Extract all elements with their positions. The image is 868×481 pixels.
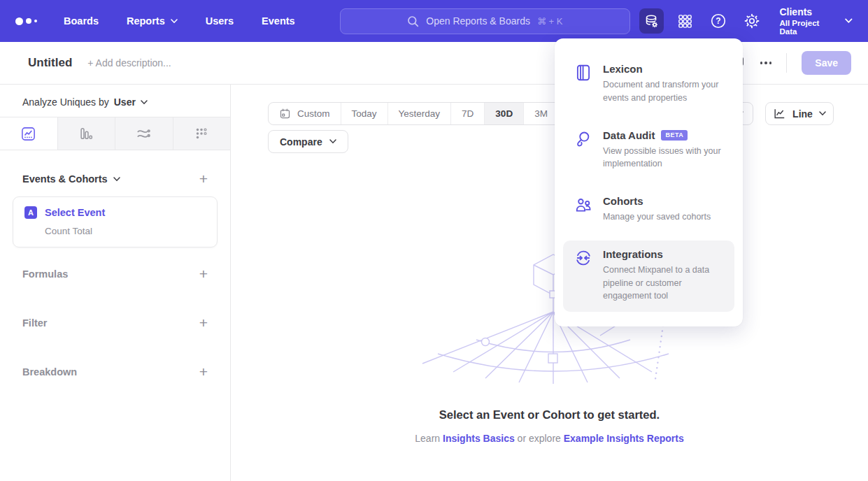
breakdown-label: Breakdown bbox=[22, 366, 77, 378]
menu-item-text: Lexicon Document and transform your even… bbox=[603, 63, 723, 105]
title-actions: Save bbox=[730, 51, 851, 75]
menu-item-data-audit[interactable]: Data Audit BETA View possible issues wit… bbox=[563, 122, 734, 180]
date-30d-label: 30D bbox=[495, 108, 513, 119]
cohorts-icon bbox=[574, 196, 592, 214]
save-button[interactable]: Save bbox=[802, 51, 851, 75]
menu-item-integrations[interactable]: Integrations Connect Mixpanel to a data … bbox=[563, 240, 734, 312]
select-event-button[interactable]: Select Event bbox=[45, 207, 105, 218]
date-7d-button[interactable]: 7D bbox=[451, 103, 485, 124]
filter-section: Filter + bbox=[22, 317, 208, 329]
search-icon bbox=[407, 15, 419, 27]
count-total-dropdown[interactable]: Count Total bbox=[45, 226, 206, 236]
tab-bar-chart[interactable] bbox=[58, 117, 116, 150]
date-30d-button[interactable]: 30D bbox=[485, 103, 524, 124]
add-filter-button[interactable]: + bbox=[199, 318, 208, 328]
compare-label: Compare bbox=[280, 136, 322, 148]
calendar-icon bbox=[279, 108, 291, 120]
menu-item-cohorts[interactable]: Cohorts Manage your saved cohorts bbox=[563, 187, 734, 233]
settings-button[interactable] bbox=[740, 8, 764, 34]
beta-badge: BETA bbox=[661, 130, 688, 141]
global-search-input[interactable]: Open Reports & Boards ⌘ + K bbox=[340, 8, 630, 34]
nav-boards-label: Boards bbox=[64, 15, 99, 27]
tab-line-chart[interactable] bbox=[0, 117, 58, 150]
database-gear-icon bbox=[643, 13, 660, 29]
search-placeholder: Open Reports & Boards bbox=[426, 15, 530, 27]
data-audit-title: Data Audit bbox=[603, 129, 655, 141]
menu-item-text: Cohorts Manage your saved cohorts bbox=[603, 195, 711, 224]
date-custom-label: Custom bbox=[297, 108, 330, 119]
more-options-icon[interactable] bbox=[760, 62, 772, 64]
example-reports-link[interactable]: Example Insights Reports bbox=[564, 433, 684, 444]
date-custom-button[interactable]: Custom bbox=[269, 103, 341, 124]
mixpanel-logo-icon[interactable] bbox=[15, 17, 37, 25]
nav-boards[interactable]: Boards bbox=[64, 15, 99, 27]
chevron-down-icon bbox=[845, 18, 853, 24]
svg-text:?: ? bbox=[716, 16, 721, 26]
apps-grid-icon bbox=[677, 13, 693, 29]
empty-state-links: Learn Insights Basics or explore Example… bbox=[231, 433, 868, 444]
top-navbar: Boards Reports Users Events Open Reports… bbox=[0, 0, 868, 42]
chevron-down-icon[interactable] bbox=[141, 100, 148, 105]
menu-item-text: Data Audit BETA View possible issues wit… bbox=[603, 129, 723, 171]
insights-basics-link[interactable]: Insights Basics bbox=[443, 433, 515, 444]
data-management-button[interactable] bbox=[639, 8, 664, 34]
cohorts-title: Cohorts bbox=[603, 195, 643, 207]
compare-dropdown[interactable]: Compare bbox=[268, 130, 348, 153]
date-toolbar: Custom Today Yesterday 7D 30D 3M 6M Line bbox=[268, 102, 834, 125]
nav-reports-label: Reports bbox=[127, 15, 165, 27]
date-3m-button[interactable]: 3M bbox=[524, 103, 559, 124]
divider bbox=[786, 53, 787, 73]
help-button[interactable]: ? bbox=[706, 8, 731, 34]
nav-events-label: Events bbox=[262, 15, 295, 27]
metrics-grid-icon bbox=[194, 126, 209, 141]
events-cohorts-label: Events & Cohorts bbox=[22, 173, 108, 185]
search-shortcut: ⌘ + K bbox=[537, 16, 563, 27]
project-labels: Clients All Project Data bbox=[779, 6, 837, 36]
data-management-menu: Lexicon Document and transform your even… bbox=[555, 38, 743, 326]
chart-style-dropdown[interactable]: Line bbox=[765, 102, 834, 125]
integrations-desc: Connect Mixpanel to a data pipeline or c… bbox=[603, 264, 723, 303]
help-icon: ? bbox=[710, 13, 727, 29]
events-cohorts-toggle[interactable]: Events & Cohorts bbox=[22, 173, 120, 185]
add-description-field[interactable]: + Add description... bbox=[87, 57, 171, 69]
tab-metrics-grid[interactable] bbox=[173, 117, 231, 150]
report-title[interactable]: Untitled bbox=[28, 56, 72, 70]
data-audit-desc: View possible issues with your implement… bbox=[603, 145, 723, 171]
nav-users-label: Users bbox=[206, 15, 234, 27]
query-sidebar: Analyze Uniques by User bbox=[0, 85, 231, 481]
event-card-row: A Select Event bbox=[24, 206, 206, 219]
report-canvas: Custom Today Yesterday 7D 30D 3M 6M Line bbox=[231, 85, 868, 481]
analyze-label: Analyze Uniques by bbox=[22, 96, 109, 108]
event-card[interactable]: A Select Event Count Total bbox=[13, 196, 218, 247]
add-breakdown-button[interactable]: + bbox=[199, 367, 208, 377]
formulas-label: Formulas bbox=[22, 268, 68, 280]
flow-icon bbox=[136, 126, 152, 142]
integrations-icon bbox=[574, 249, 592, 267]
navbar-actions: ? Clients All Project Data bbox=[630, 6, 853, 36]
formulas-section: Formulas + bbox=[22, 268, 208, 280]
breakdown-section: Breakdown + bbox=[22, 366, 208, 378]
empty-state-heading: Select an Event or Cohort to get started… bbox=[231, 408, 868, 422]
project-scope: All Project Data bbox=[779, 19, 837, 36]
project-selector[interactable]: Clients All Project Data bbox=[779, 6, 853, 36]
analyze-value-dropdown[interactable]: User bbox=[114, 96, 136, 108]
nav-users[interactable]: Users bbox=[206, 15, 234, 27]
menu-item-text: Integrations Connect Mixpanel to a data … bbox=[603, 248, 723, 303]
lexicon-title: Lexicon bbox=[603, 63, 643, 75]
analyze-uniques-row: Analyze Uniques by User bbox=[0, 85, 230, 117]
date-yesterday-button[interactable]: Yesterday bbox=[388, 103, 452, 124]
date-today-button[interactable]: Today bbox=[341, 103, 388, 124]
add-event-button[interactable]: + bbox=[199, 174, 208, 184]
menu-item-lexicon[interactable]: Lexicon Document and transform your even… bbox=[563, 55, 734, 114]
cohorts-desc: Manage your saved cohorts bbox=[603, 210, 711, 224]
chevron-down-icon bbox=[113, 177, 120, 182]
tab-flow-chart[interactable] bbox=[115, 117, 173, 150]
data-audit-icon bbox=[574, 130, 592, 148]
add-formula-button[interactable]: + bbox=[199, 269, 208, 279]
nav-events[interactable]: Events bbox=[262, 15, 295, 27]
events-cohorts-header: Events & Cohorts + bbox=[22, 173, 208, 185]
chevron-down-icon bbox=[819, 111, 826, 116]
nav-reports[interactable]: Reports bbox=[127, 15, 178, 27]
apps-grid-button[interactable] bbox=[673, 8, 697, 34]
date-yesterday-label: Yesterday bbox=[399, 108, 441, 119]
